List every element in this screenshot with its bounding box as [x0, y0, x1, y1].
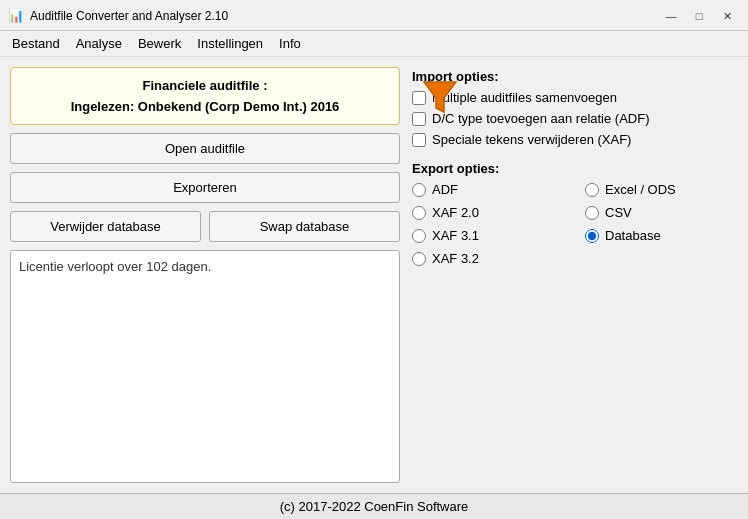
license-text: Licentie verloopt over 102 dagen. [19, 259, 211, 274]
info-box-title: Financiele auditfile : [25, 78, 385, 93]
status-text: (c) 2017-2022 CoenFin Software [280, 499, 469, 514]
license-box: Licentie verloopt over 102 dagen. [10, 250, 400, 483]
title-bar: 📊 Auditfile Converter and Analyser 2.10 … [0, 0, 748, 31]
open-auditfile-button[interactable]: Open auditfile [10, 133, 400, 164]
import-checkbox-2[interactable] [412, 133, 426, 147]
export-radio-label-1: Excel / ODS [605, 182, 676, 197]
export-radio-csv[interactable] [585, 206, 599, 220]
right-panel: Import opties: Multiple auditfiles samen… [412, 67, 738, 483]
menu-item-bestand[interactable]: Bestand [4, 33, 68, 54]
export-radio-label-4: XAF 3.1 [432, 228, 479, 243]
export-radio-label-3: CSV [605, 205, 632, 220]
export-radio-row-1[interactable]: Excel / ODS [585, 182, 738, 197]
export-radio-label-5: Database [605, 228, 661, 243]
maximize-button[interactable]: □ [686, 6, 712, 26]
import-checkbox-label-2: Speciale tekens verwijderen (XAF) [432, 132, 631, 147]
menu-item-bewerk[interactable]: Bewerk [130, 33, 189, 54]
minimize-button[interactable]: — [658, 6, 684, 26]
svg-marker-0 [424, 82, 456, 112]
export-radio-grid: ADFExcel / ODSXAF 2.0CSVXAF 3.1DatabaseX… [412, 182, 738, 266]
filter-icon [418, 74, 462, 118]
swap-database-button[interactable]: Swap database [209, 211, 400, 242]
export-radio-xaf32[interactable] [412, 252, 426, 266]
window-controls: — □ ✕ [658, 6, 740, 26]
export-radio-label-2: XAF 2.0 [432, 205, 479, 220]
export-radio-row-2[interactable]: XAF 2.0 [412, 205, 565, 220]
export-radio-excel_ods[interactable] [585, 183, 599, 197]
export-radio-label-0: ADF [432, 182, 458, 197]
export-radio-xaf20[interactable] [412, 206, 426, 220]
close-button[interactable]: ✕ [714, 6, 740, 26]
filter-icon-button[interactable] [412, 68, 468, 124]
verwijder-database-button[interactable]: Verwijder database [10, 211, 201, 242]
export-radio-row-0[interactable]: ADF [412, 182, 565, 197]
app-icon: 📊 [8, 8, 24, 24]
export-options-title: Export opties: [412, 161, 738, 176]
export-radio-row-6[interactable]: XAF 3.2 [412, 251, 565, 266]
menu-item-analyse[interactable]: Analyse [68, 33, 130, 54]
info-box-wrapper: Financiele auditfile : Ingelezen: Onbeke… [10, 67, 400, 125]
title-text: Auditfile Converter and Analyser 2.10 [30, 9, 658, 23]
export-radio-row-4[interactable]: XAF 3.1 [412, 228, 565, 243]
left-panel: Financiele auditfile : Ingelezen: Onbeke… [10, 67, 400, 483]
info-box-content: Ingelezen: Onbekend (Corp Demo Int.) 201… [25, 99, 385, 114]
export-radio-label-6: XAF 3.2 [432, 251, 479, 266]
menu-bar: BestandAnalyseBewerkInstellingenInfo [0, 31, 748, 57]
main-content: Financiele auditfile : Ingelezen: Onbeke… [0, 57, 748, 493]
export-radio-adf[interactable] [412, 183, 426, 197]
export-radio-database[interactable] [585, 229, 599, 243]
export-options-section: Export opties: ADFExcel / ODSXAF 2.0CSVX… [412, 161, 738, 266]
info-box: Financiele auditfile : Ingelezen: Onbeke… [10, 67, 400, 125]
menu-item-instellingen[interactable]: Instellingen [189, 33, 271, 54]
menu-item-info[interactable]: Info [271, 33, 309, 54]
database-buttons-row: Verwijder database Swap database [10, 211, 400, 242]
import-checkbox-row-2[interactable]: Speciale tekens verwijderen (XAF) [412, 132, 738, 147]
export-radio-xaf31[interactable] [412, 229, 426, 243]
export-radio-row-5[interactable]: Database [585, 228, 738, 243]
export-radio-row-3[interactable]: CSV [585, 205, 738, 220]
exporteren-button[interactable]: Exporteren [10, 172, 400, 203]
status-bar: (c) 2017-2022 CoenFin Software [0, 493, 748, 519]
